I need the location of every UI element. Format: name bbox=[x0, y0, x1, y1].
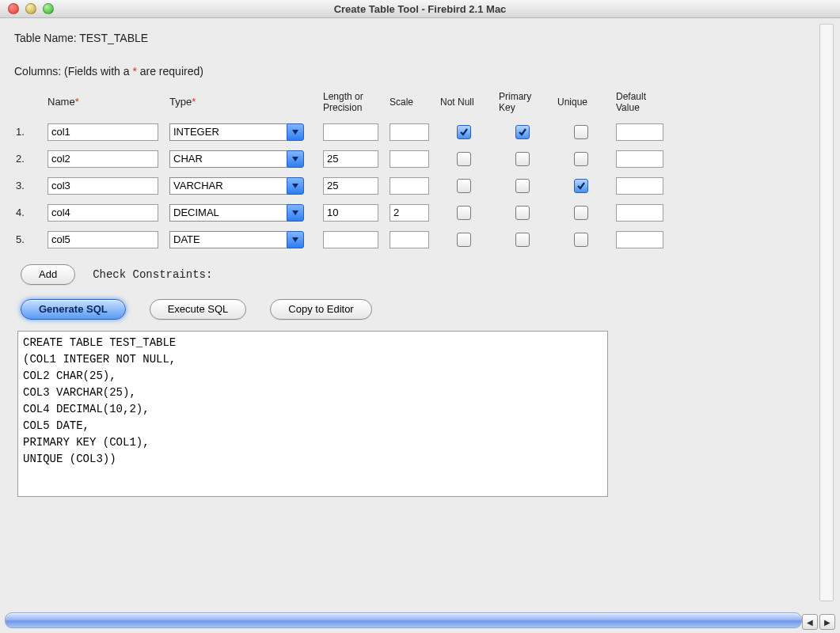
table-name-row: Table Name: TEST_TABLE bbox=[14, 32, 810, 44]
chevron-down-icon[interactable] bbox=[287, 150, 304, 168]
columns-header: Name* Type* Length or Precision Scale No… bbox=[16, 92, 818, 114]
default-input[interactable] bbox=[616, 204, 663, 222]
notnull-checkbox[interactable] bbox=[457, 179, 471, 193]
row-number: 1. bbox=[16, 126, 36, 138]
scale-input[interactable] bbox=[390, 150, 429, 168]
minimize-icon[interactable] bbox=[25, 3, 36, 14]
scale-input[interactable] bbox=[390, 204, 429, 222]
window-controls bbox=[0, 3, 54, 14]
svg-marker-0 bbox=[292, 130, 298, 135]
type-select-value: DECIMAL bbox=[169, 204, 287, 222]
chevron-down-icon[interactable] bbox=[287, 231, 304, 248]
unique-checkbox[interactable] bbox=[574, 206, 588, 220]
header-unique: Unique bbox=[557, 97, 605, 108]
svg-marker-1 bbox=[292, 157, 298, 161]
row-number: 5. bbox=[16, 233, 36, 245]
default-input[interactable] bbox=[616, 150, 663, 168]
scale-input[interactable] bbox=[390, 123, 429, 141]
action-buttons: Generate SQL Execute SQL Copy to Editor bbox=[21, 299, 818, 320]
header-length: Length or Precision bbox=[323, 92, 378, 114]
type-select[interactable]: CHAR bbox=[169, 150, 304, 168]
content-panel: Table Name: TEST_TABLE Columns: (Fields … bbox=[6, 24, 818, 601]
scale-input[interactable] bbox=[390, 177, 429, 195]
type-select-value: DATE bbox=[169, 231, 287, 248]
header-type: Type* bbox=[169, 97, 312, 108]
zoom-icon[interactable] bbox=[43, 3, 54, 14]
notnull-checkbox[interactable] bbox=[457, 206, 471, 220]
type-select-value: CHAR bbox=[169, 150, 287, 168]
primarykey-checkbox[interactable] bbox=[515, 125, 530, 139]
type-select-value: INTEGER bbox=[169, 123, 287, 141]
column-name-input[interactable] bbox=[48, 231, 158, 248]
column-name-input[interactable] bbox=[48, 204, 158, 222]
type-select[interactable]: VARCHAR bbox=[169, 177, 304, 195]
table-name-label: Table Name: bbox=[14, 32, 77, 44]
header-pk: Primary Key bbox=[499, 92, 546, 114]
type-select[interactable]: INTEGER bbox=[169, 123, 304, 141]
chevron-down-icon[interactable] bbox=[287, 177, 304, 195]
header-scale: Scale bbox=[390, 97, 429, 108]
svg-marker-4 bbox=[292, 237, 298, 242]
table-name-value: TEST_TABLE bbox=[79, 32, 148, 44]
column-name-input[interactable] bbox=[48, 150, 158, 168]
row-number: 2. bbox=[16, 153, 36, 165]
notnull-checkbox[interactable] bbox=[457, 233, 471, 247]
type-select[interactable]: DATE bbox=[169, 231, 304, 248]
horizontal-scroll-arrows: ◀ ▶ bbox=[802, 614, 835, 628]
column-row: 2.CHAR bbox=[16, 150, 818, 168]
add-button[interactable]: Add bbox=[21, 264, 75, 285]
length-input[interactable] bbox=[323, 177, 378, 195]
notnull-checkbox[interactable] bbox=[457, 152, 471, 166]
row-number: 3. bbox=[16, 180, 36, 191]
copy-to-editor-button[interactable]: Copy to Editor bbox=[270, 299, 371, 320]
primarykey-checkbox[interactable] bbox=[515, 179, 530, 193]
svg-marker-3 bbox=[292, 210, 298, 215]
title-bar: Create Table Tool - Firebird 2.1 Mac bbox=[0, 0, 840, 18]
type-select[interactable]: DECIMAL bbox=[169, 204, 304, 222]
columns-hint-prefix: Columns: (Fields with a bbox=[14, 65, 132, 78]
column-name-input[interactable] bbox=[48, 177, 158, 195]
column-row: 5.DATE bbox=[16, 231, 818, 248]
primarykey-checkbox[interactable] bbox=[515, 206, 530, 220]
close-icon[interactable] bbox=[8, 3, 19, 14]
length-input[interactable] bbox=[323, 123, 378, 141]
chevron-down-icon[interactable] bbox=[287, 204, 304, 222]
scroll-right-icon[interactable]: ▶ bbox=[819, 614, 835, 630]
header-default: Default Value bbox=[616, 92, 663, 114]
primarykey-checkbox[interactable] bbox=[515, 152, 530, 166]
sql-output[interactable] bbox=[17, 331, 608, 497]
columns-hint: Columns: (Fields with a * are required) bbox=[14, 65, 810, 78]
header-notnull: Not Null bbox=[440, 97, 488, 108]
scroll-left-icon[interactable]: ◀ bbox=[802, 614, 818, 630]
column-row: 1.INTEGER bbox=[16, 123, 818, 141]
scale-input[interactable] bbox=[390, 231, 429, 248]
svg-marker-2 bbox=[292, 184, 298, 188]
unique-checkbox[interactable] bbox=[574, 179, 588, 193]
default-input[interactable] bbox=[616, 123, 663, 141]
default-input[interactable] bbox=[616, 177, 663, 195]
unique-checkbox[interactable] bbox=[574, 233, 588, 247]
unique-checkbox[interactable] bbox=[574, 152, 588, 166]
default-input[interactable] bbox=[616, 231, 663, 248]
window-title: Create Table Tool - Firebird 2.1 Mac bbox=[0, 3, 840, 15]
execute-sql-button[interactable]: Execute SQL bbox=[150, 299, 247, 320]
check-constraints-label: Check Constraints: bbox=[93, 268, 212, 281]
primarykey-checkbox[interactable] bbox=[515, 233, 530, 247]
chevron-down-icon[interactable] bbox=[287, 123, 304, 141]
vertical-scrollbar[interactable] bbox=[819, 24, 834, 601]
column-row: 4.DECIMAL bbox=[16, 204, 818, 222]
row-number: 4. bbox=[16, 207, 36, 218]
columns-hint-suffix: are required) bbox=[137, 65, 203, 78]
notnull-checkbox[interactable] bbox=[457, 125, 471, 139]
column-row: 3.VARCHAR bbox=[16, 177, 818, 195]
horizontal-scrollbar[interactable] bbox=[5, 612, 802, 628]
type-select-value: VARCHAR bbox=[169, 177, 287, 195]
header-name: Name* bbox=[48, 97, 158, 108]
column-name-input[interactable] bbox=[48, 123, 158, 141]
length-input[interactable] bbox=[323, 150, 378, 168]
length-input[interactable] bbox=[323, 231, 378, 248]
generate-sql-button[interactable]: Generate SQL bbox=[21, 299, 126, 320]
unique-checkbox[interactable] bbox=[574, 125, 588, 139]
length-input[interactable] bbox=[323, 204, 378, 222]
add-row: Add Check Constraints: bbox=[21, 264, 818, 285]
